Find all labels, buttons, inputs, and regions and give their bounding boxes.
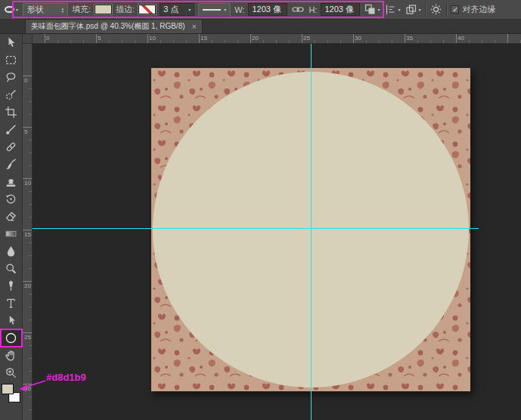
tool-eyedropper[interactable] bbox=[1, 121, 22, 138]
tool-zoom[interactable] bbox=[1, 364, 22, 381]
align-edges-checkbox[interactable]: ✓ 对齐边缘 bbox=[451, 4, 495, 15]
water-drop-icon bbox=[5, 245, 17, 258]
background-color-swatch[interactable] bbox=[9, 393, 20, 402]
stroke-label: 描边: bbox=[116, 4, 135, 15]
type-icon bbox=[5, 297, 17, 310]
separator bbox=[446, 2, 447, 17]
eyedropper-icon bbox=[5, 123, 17, 136]
ruler-number: 25 bbox=[303, 35, 310, 42]
stroke-type-select[interactable]: ▾ bbox=[198, 3, 231, 17]
document-tab[interactable]: 美味面包圈字体.psd @ 40.3%(椭圆 1, RGB/8) × bbox=[25, 19, 203, 33]
tool-mode-select[interactable]: 形状 ▴▾ bbox=[23, 3, 68, 17]
gradient-icon bbox=[5, 227, 17, 240]
ruler-number: 15 bbox=[200, 35, 207, 42]
dodge-icon bbox=[5, 262, 17, 275]
chain-link-icon bbox=[292, 5, 304, 14]
tool-hand[interactable] bbox=[1, 347, 22, 364]
tool-history-brush[interactable] bbox=[1, 190, 22, 208]
tool-clone-stamp[interactable] bbox=[1, 173, 22, 190]
fill-label: 填充: bbox=[72, 4, 91, 15]
tool-healing-brush[interactable] bbox=[1, 138, 22, 156]
tool-blur[interactable] bbox=[1, 242, 22, 260]
path-operations-button[interactable]: ▾ bbox=[364, 3, 380, 16]
tool-preset-picker[interactable]: ▾ bbox=[4, 5, 19, 14]
photoshop-window: ▾ 形状 ▴▾ 填充: 描边: 3 点 ▾ ▾ W: 1203 像 H: 120… bbox=[0, 0, 521, 420]
height-label: H: bbox=[309, 5, 317, 14]
horizontal-guide[interactable] bbox=[33, 228, 479, 229]
tool-lasso[interactable] bbox=[1, 69, 22, 86]
quick-selection-icon bbox=[5, 88, 17, 101]
path-arrangement-button[interactable]: ▾ bbox=[405, 3, 421, 16]
geometry-options-button[interactable] bbox=[430, 3, 442, 16]
ruler-number: 30 bbox=[355, 35, 361, 42]
magnifier-icon bbox=[5, 366, 17, 379]
ruler-corner bbox=[23, 34, 33, 44]
options-bar: ▾ 形状 ▴▾ 填充: 描边: 3 点 ▾ ▾ W: 1203 像 H: 120… bbox=[0, 0, 521, 20]
horizontal-ruler[interactable]: 0 5 10 15 20 25 30 35 40 bbox=[33, 34, 521, 44]
tool-move[interactable] bbox=[1, 34, 22, 51]
vertical-ruler[interactable]: 0 5 10 15 20 25 30 bbox=[23, 44, 33, 420]
ruler-number: 40 bbox=[457, 35, 464, 42]
ruler-number: 10 bbox=[24, 180, 31, 187]
move-icon bbox=[5, 36, 17, 49]
eraser-icon bbox=[5, 210, 17, 223]
ruler-number: 20 bbox=[252, 35, 259, 42]
shape-height-value: 1203 像 bbox=[324, 4, 354, 15]
tool-quick-selection[interactable] bbox=[1, 86, 22, 103]
chevron-down-icon: ▾ bbox=[224, 8, 226, 12]
ruler-number: 5 bbox=[98, 35, 101, 42]
tools-panel bbox=[0, 34, 23, 420]
vertical-guide[interactable] bbox=[311, 44, 312, 420]
align-edges-label: 对齐边缘 bbox=[462, 4, 495, 15]
link-dimensions-button[interactable] bbox=[291, 5, 305, 14]
ruler-number: 10 bbox=[149, 35, 156, 42]
lasso-icon bbox=[5, 71, 17, 84]
tool-brush[interactable] bbox=[1, 156, 22, 173]
pen-nib-icon bbox=[5, 279, 17, 292]
fill-color-swatch[interactable] bbox=[95, 5, 112, 14]
tool-path-selection[interactable] bbox=[1, 312, 22, 329]
path-alignment-button[interactable]: ▾ bbox=[384, 3, 401, 16]
tool-pen[interactable] bbox=[1, 277, 22, 295]
document-tab-bar: 美味面包圈字体.psd @ 40.3%(椭圆 1, RGB/8) × bbox=[0, 20, 521, 34]
tool-rectangular-marquee[interactable] bbox=[1, 51, 22, 69]
crop-icon bbox=[5, 106, 17, 119]
tool-ellipse[interactable] bbox=[1, 329, 22, 347]
ruler-number: 0 bbox=[46, 35, 49, 42]
stroke-width-value: 3 点 bbox=[163, 4, 178, 15]
ruler-number: 30 bbox=[24, 385, 31, 392]
chevron-down-icon: ▾ bbox=[418, 8, 420, 12]
tool-eraser[interactable] bbox=[1, 208, 22, 225]
width-label: W: bbox=[234, 5, 244, 14]
canvas-area[interactable] bbox=[33, 44, 521, 420]
ruler-number: 15 bbox=[24, 231, 31, 238]
chevron-down-icon: ▾ bbox=[377, 8, 380, 12]
bandage-icon bbox=[5, 141, 17, 153]
shape-width-value: 1203 像 bbox=[252, 4, 281, 15]
ruler-number: 25 bbox=[24, 334, 31, 341]
tool-dodge[interactable] bbox=[1, 260, 22, 277]
ellipse-icon bbox=[5, 332, 17, 344]
path-operations-icon bbox=[364, 4, 376, 15]
brush-icon bbox=[5, 158, 17, 171]
checkbox-check-icon: ✓ bbox=[451, 5, 459, 14]
history-brush-icon bbox=[5, 193, 17, 205]
tool-gradient[interactable] bbox=[1, 225, 22, 242]
document-tab-title: 美味面包圈字体.psd @ 40.3%(椭圆 1, RGB/8) bbox=[31, 21, 185, 32]
stroke-color-swatch[interactable] bbox=[138, 5, 156, 14]
ruler-number: 20 bbox=[24, 283, 31, 289]
close-icon[interactable]: × bbox=[192, 22, 197, 31]
stamp-icon bbox=[5, 175, 17, 188]
tool-crop[interactable] bbox=[1, 103, 22, 121]
color-swatches bbox=[2, 384, 21, 405]
tool-type[interactable] bbox=[1, 295, 22, 312]
shape-height-input[interactable]: 1203 像 bbox=[321, 3, 360, 16]
stroke-width-field[interactable]: 3 点 ▾ bbox=[160, 3, 194, 16]
solid-line-icon bbox=[203, 9, 221, 11]
ruler-number: 35 bbox=[406, 35, 413, 42]
align-icon bbox=[385, 4, 396, 15]
shape-width-input[interactable]: 1203 像 bbox=[248, 3, 287, 16]
chevron-down-icon: ▾ bbox=[16, 8, 18, 12]
path-selection-icon bbox=[5, 314, 17, 327]
foreground-color-swatch[interactable] bbox=[2, 384, 13, 394]
